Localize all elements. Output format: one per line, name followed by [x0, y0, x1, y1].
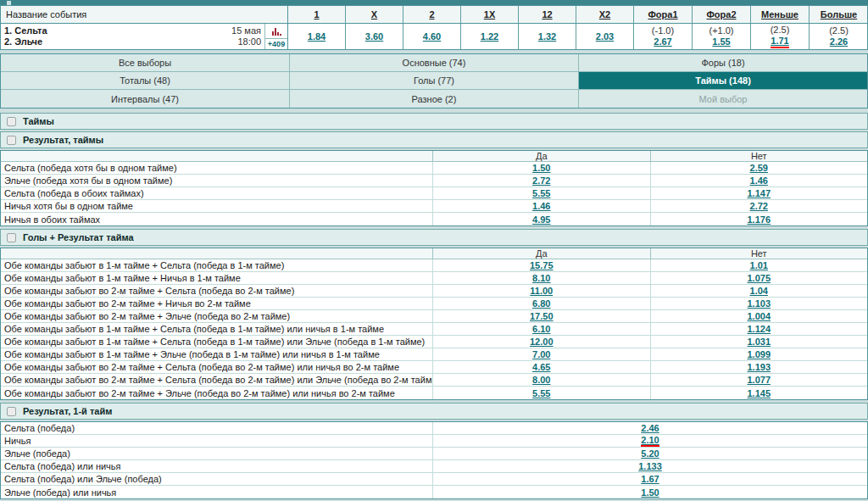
market-row: Сельта (победа хотя бы в одном тайме)1.5… [1, 162, 867, 175]
odds-link[interactable]: 17.50 [530, 311, 554, 321]
odds-link[interactable]: 1.84 [308, 31, 326, 42]
section-header[interactable]: Таймы [0, 113, 868, 130]
odds-link[interactable]: 1.004 [747, 311, 771, 321]
odds-link[interactable]: 1.71 [771, 36, 788, 48]
section-checkbox[interactable] [7, 233, 16, 242]
odds-link[interactable]: 15.75 [530, 260, 554, 270]
odds-column-header-link[interactable]: Меньше [761, 9, 798, 19]
odds-link[interactable]: 11.00 [530, 286, 553, 296]
odds-link[interactable]: 1.67 [641, 474, 659, 484]
odds-link[interactable]: 2.72 [750, 201, 768, 211]
odds-link[interactable]: 1.133 [638, 461, 662, 471]
odds-link[interactable]: 2.59 [750, 163, 768, 173]
odds-link[interactable]: 1.04 [750, 286, 768, 296]
market-odds-cell: 1.46 [651, 175, 868, 186]
odds-column-header-link[interactable]: 12 [542, 9, 552, 19]
market-odds-cell: 1.145 [651, 387, 868, 399]
odds-link[interactable]: 7.00 [532, 349, 550, 359]
event-teams[interactable]: 1. Сельта 2. Эльче [1, 24, 224, 49]
section-title: Таймы [23, 116, 54, 126]
tab[interactable]: Все выборы [1, 54, 290, 71]
odds-link[interactable]: 1.32 [538, 31, 556, 42]
odds-link[interactable]: 5.20 [641, 448, 659, 459]
odds-link[interactable]: 1.075 [747, 273, 771, 283]
odds-link[interactable]: 6.10 [532, 324, 550, 334]
odds-link[interactable]: 4.65 [532, 362, 550, 372]
odds-link[interactable]: 1.099 [747, 349, 771, 359]
market-label: Обе команды забьют в 1-м тайме + Сельта … [1, 323, 433, 335]
market-label: Эльче (победа) [1, 448, 433, 459]
odds-link[interactable]: 1.50 [532, 163, 550, 173]
section-checkbox[interactable] [7, 407, 16, 416]
odds-link[interactable]: 8.10 [532, 273, 550, 283]
market-header-spacer [1, 248, 433, 259]
odds-column-header-link[interactable]: X2 [599, 9, 610, 19]
market-label: Обе команды забьют во 2-м тайме + Сельта… [1, 285, 433, 297]
team-2: 2. Эльче [4, 36, 224, 47]
market-table-header: ДаНет [1, 151, 867, 162]
odds-link[interactable]: 5.55 [532, 388, 550, 398]
odds-column-header-link[interactable]: 1X [484, 9, 495, 19]
odds-cell: (-1.0)2.67 [634, 24, 693, 49]
market-label: Сельта (победа) [1, 422, 433, 434]
odds-link[interactable]: 2.72 [532, 175, 550, 186]
odds-link[interactable]: 1.176 [747, 214, 771, 225]
odds-column-header-link[interactable]: Фора1 [648, 9, 677, 19]
odds-column-header-link[interactable]: Фора2 [706, 9, 736, 19]
odds-column-header-link[interactable]: 1 [314, 9, 319, 19]
odds-column-header-link[interactable]: 2 [429, 9, 434, 19]
odds-link[interactable]: 2.26 [830, 36, 848, 47]
tab[interactable]: Форы (18) [579, 54, 867, 71]
market-odds-cell: 1.50 [433, 486, 867, 498]
section-checkbox[interactable] [7, 136, 16, 145]
tab[interactable]: Разное (2) [290, 90, 579, 108]
odds-link[interactable]: 2.03 [596, 31, 614, 42]
odds-link[interactable]: 2.10 [641, 435, 659, 447]
tab[interactable]: Голы (77) [290, 72, 579, 89]
market-odds-cell: 6.10 [433, 323, 651, 335]
tab[interactable]: Тоталы (48) [1, 72, 290, 89]
section-header[interactable]: Результат, таймы [0, 131, 868, 148]
market-row: Обе команды забьют во 2-м тайме + Эльче … [1, 387, 867, 399]
odds-link[interactable]: 1.145 [747, 388, 771, 398]
odds-link[interactable]: 4.95 [532, 214, 550, 225]
odds-link[interactable]: 1.124 [747, 324, 771, 334]
market-row: Обе команды забьют в 1-м тайме + Эльче (… [1, 348, 867, 361]
odds-link[interactable]: 1.077 [747, 375, 771, 385]
tab[interactable]: Интервалы (47) [1, 90, 290, 108]
section-title: Голы + Результат тайма [23, 232, 134, 242]
odds-link[interactable]: 2.46 [641, 423, 659, 433]
more-markets-count[interactable]: +409 [265, 39, 287, 49]
odds-link[interactable]: 8.00 [532, 375, 550, 385]
tab-row: Интервалы (47)Разное (2)Мой выбор [1, 90, 867, 108]
odds-link[interactable]: 5.55 [532, 188, 550, 198]
odds-link[interactable]: 12.00 [530, 337, 554, 347]
odds-link[interactable]: 6.80 [532, 298, 550, 309]
odds-link[interactable]: 1.01 [750, 260, 768, 270]
odds-link[interactable]: 1.147 [747, 188, 771, 198]
handicap-param: (+1.0) [709, 25, 733, 36]
event-date: 15 мая [224, 25, 261, 36]
odds-link[interactable]: 1.46 [750, 175, 768, 186]
odds-link[interactable]: 4.60 [423, 31, 441, 42]
odds-link[interactable]: 1.103 [747, 298, 771, 309]
market-odds-cell: 1.67 [433, 473, 867, 485]
bar-chart-icon[interactable] [265, 24, 287, 39]
section-header[interactable]: Результат, 1-й тайм [0, 403, 868, 420]
tab[interactable]: Основные (74) [290, 54, 579, 71]
odds-column-header-link[interactable]: X [371, 9, 377, 19]
section-checkbox[interactable] [7, 117, 16, 126]
market-row: Обе команды забьют в 1-м тайме + Сельта … [1, 259, 867, 272]
odds-link[interactable]: 1.031 [747, 337, 771, 347]
odds-link[interactable]: 2.67 [654, 36, 671, 47]
odds-link[interactable]: 3.60 [365, 31, 383, 42]
odds-column-header-link[interactable]: Больше [821, 9, 857, 19]
odds-link[interactable]: 1.50 [641, 487, 659, 498]
odds-link[interactable]: 1.55 [712, 36, 730, 47]
odds-link[interactable]: 1.22 [481, 31, 498, 42]
tab[interactable]: Таймы (148) [579, 72, 867, 89]
odds-link[interactable]: 1.193 [747, 362, 771, 372]
market-odds-cell: 17.50 [433, 310, 651, 322]
odds-link[interactable]: 1.46 [532, 201, 550, 211]
section-header[interactable]: Голы + Результат тайма [0, 229, 868, 246]
